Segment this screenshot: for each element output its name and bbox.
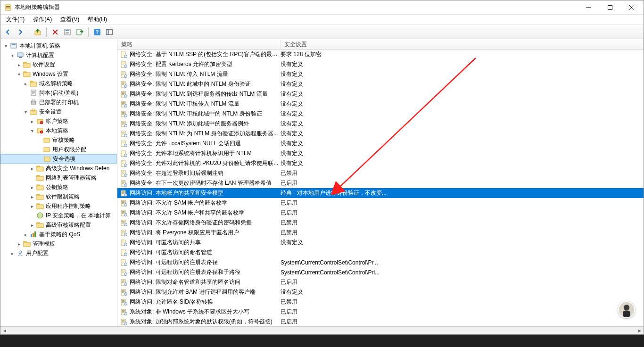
policy-row[interactable]: 网络安全: 允许 LocalSystem NULL 会话回退没有定义 bbox=[117, 139, 644, 149]
delete-button[interactable] bbox=[50, 26, 61, 38]
horizontal-scrollbar[interactable]: ◂ ▸ bbox=[0, 326, 644, 334]
tree-security-options[interactable]: ▸安全选项 bbox=[0, 154, 117, 164]
tree-network-list[interactable]: ▸网络列表管理器策略 bbox=[0, 173, 117, 182]
forward-button[interactable] bbox=[15, 26, 26, 38]
policy-row[interactable]: 系统对象: 加强内部系统对象的默认权限(例如，符号链接)已启用 bbox=[117, 317, 644, 326]
expand-icon[interactable]: ▸ bbox=[22, 80, 29, 87]
policy-row[interactable]: 系统对象: 非 Windows 子系统不要求区分大小写已启用 bbox=[117, 307, 644, 317]
policy-row[interactable]: 网络访问: 允许匿名 SID/名称转换已禁用 bbox=[117, 297, 644, 307]
tree-computer-config[interactable]: ▾ 计算机配置 bbox=[0, 50, 117, 60]
policy-row[interactable]: 网络访问: 限制对命名管道和共享的匿名访问已启用 bbox=[117, 277, 644, 287]
policies-icon bbox=[43, 136, 50, 144]
expand-icon[interactable]: ▸ bbox=[9, 250, 16, 256]
menu-view[interactable]: 查看(V) bbox=[57, 15, 83, 25]
policy-row[interactable]: 网络访问: 可匿名访问的共享没有定义 bbox=[117, 238, 644, 248]
list-header: 策略 安全设置 bbox=[117, 39, 644, 50]
policy-value: 没有定义 bbox=[281, 60, 644, 68]
expand-icon[interactable]: ▸ bbox=[29, 165, 35, 172]
policy-list[interactable]: 网络安全: 基于 NTLM SSP 的(包括安全 RPC)客户端的最小...要求… bbox=[117, 50, 644, 326]
tree-public-key[interactable]: ▸公钥策略 bbox=[0, 182, 117, 192]
tree-windows-settings[interactable]: ▾ Windows 设置 bbox=[0, 69, 117, 79]
policy-row[interactable]: 网络安全: 在超过登录时间后强制注销已禁用 bbox=[117, 168, 644, 178]
policy-row[interactable]: 网络访问: 可匿名访问的命名管道 bbox=[117, 248, 644, 257]
tree-admin-templates[interactable]: ▸管理模板 bbox=[0, 239, 117, 248]
policy-row[interactable]: 网络安全: 限制 NTLM: 审核传入 NTLM 流量没有定义 bbox=[117, 99, 644, 109]
menu-action[interactable]: 操作(A) bbox=[29, 15, 56, 25]
policy-row[interactable]: 网络访问: 不允许 SAM 帐户的匿名枚举已启用 bbox=[117, 198, 644, 208]
policy-row[interactable]: 网络访问: 不允许存储网络身份验证的密码和凭据已禁用 bbox=[117, 218, 644, 228]
policy-row[interactable]: 网络安全: 限制 NTLM: 此域中的 NTLM 身份验证没有定义 bbox=[117, 79, 644, 89]
expand-icon[interactable]: ▸ bbox=[16, 61, 22, 68]
svg-rect-187 bbox=[122, 301, 125, 302]
column-policy[interactable]: 策略 bbox=[117, 39, 281, 49]
tree-app-control[interactable]: ▸应用程序控制策略 bbox=[0, 201, 117, 211]
policy-row[interactable]: 网络访问: 本地帐户的共享和安全模型经典 - 对本地用户进行身份验证，不改变..… bbox=[117, 188, 644, 198]
help-button[interactable]: ? bbox=[91, 26, 103, 38]
policies-icon bbox=[36, 127, 44, 134]
column-setting[interactable]: 安全设置 bbox=[281, 39, 644, 49]
policy-row[interactable]: 网络安全: 配置 Kerberos 允许的加密类型没有定义 bbox=[117, 59, 644, 69]
collapse-icon[interactable]: ▾ bbox=[9, 52, 16, 58]
policy-row[interactable]: 网络访问: 可远程访问的注册表路径System\CurrentControlSe… bbox=[117, 257, 644, 267]
tree-software-settings[interactable]: ▸ 软件设置 bbox=[0, 60, 117, 69]
policy-row[interactable]: 网络访问: 将 Everyone 权限应用于匿名用户已禁用 bbox=[117, 228, 644, 238]
menu-help[interactable]: 帮助(H) bbox=[84, 15, 111, 25]
tree-scripts[interactable]: ▸脚本(启动/关机) bbox=[0, 88, 117, 98]
tree-name-resolution[interactable]: ▸域名解析策略 bbox=[0, 79, 117, 88]
tree-local-policies[interactable]: ▾本地策略 bbox=[0, 126, 117, 135]
tree-account-policies[interactable]: ▸帐户策略 bbox=[0, 116, 117, 126]
scroll-right-icon[interactable]: ▸ bbox=[636, 327, 644, 335]
user-avatar[interactable] bbox=[618, 301, 635, 318]
scroll-left-icon[interactable]: ◂ bbox=[0, 327, 8, 335]
policy-row[interactable]: 网络访问: 限制允许对 SAM 进行远程调用的客户端没有定义 bbox=[117, 287, 644, 297]
policy-row[interactable]: 网络访问: 不允许 SAM 帐户和共享的匿名枚举已启用 bbox=[117, 208, 644, 218]
tree-user-config[interactable]: ▸用户配置 bbox=[0, 248, 117, 258]
tree-user-rights[interactable]: ▸用户权限分配 bbox=[0, 145, 117, 154]
tree-qos[interactable]: ▸基于策略的 QoS bbox=[0, 230, 117, 239]
policy-row[interactable]: 网络安全: 允许本地系统将计算机标识用于 NTLM没有定义 bbox=[117, 149, 644, 158]
policy-row[interactable]: 网络安全: 限制 NTLM: 到远程服务器的传出 NTLM 流量没有定义 bbox=[117, 89, 644, 99]
show-hide-button[interactable] bbox=[104, 26, 115, 38]
close-button[interactable] bbox=[621, 0, 643, 14]
tree-adv-firewall[interactable]: ▸高级安全 Windows Defen bbox=[0, 164, 117, 173]
tree-software-restriction[interactable]: ▸软件限制策略 bbox=[0, 192, 117, 201]
expand-icon[interactable]: ▸ bbox=[29, 203, 35, 209]
policy-row[interactable]: 网络安全: 限制 NTLM: 审核此域中的 NTLM 身份验证没有定义 bbox=[117, 109, 644, 119]
policy-row[interactable]: 网络安全: 限制 NTLM: 添加此域中的服务器例外没有定义 bbox=[117, 119, 644, 129]
tree-deployed-printers[interactable]: ▸已部署的打印机 bbox=[0, 98, 117, 107]
menu-file[interactable]: 文件(F) bbox=[2, 15, 28, 25]
tree-root[interactable]: ▾ 本地计算机 策略 bbox=[0, 41, 117, 50]
collapse-icon[interactable]: ▾ bbox=[22, 108, 29, 115]
properties-button[interactable] bbox=[62, 26, 73, 38]
policy-row[interactable]: 网络安全: 允许对此计算机的 PKU2U 身份验证请求使用联...没有定义 bbox=[117, 158, 644, 168]
policy-name: 网络安全: 允许 LocalSystem NULL 会话回退 bbox=[130, 140, 281, 148]
tree-ipsec[interactable]: ▸IP 安全策略，在 本地计算 bbox=[0, 211, 117, 220]
expand-icon[interactable]: ▸ bbox=[22, 231, 29, 238]
policy-name: 网络访问: 可匿名访问的命名管道 bbox=[130, 248, 281, 256]
export-button[interactable] bbox=[74, 26, 85, 38]
expand-icon[interactable]: ▸ bbox=[29, 222, 35, 228]
expand-icon[interactable]: ▸ bbox=[29, 193, 35, 200]
collapse-icon[interactable]: ▾ bbox=[2, 42, 9, 49]
policy-row[interactable]: 网络安全: 在下一次更改密码时不存储 LAN 管理器哈希值已启用 bbox=[117, 178, 644, 188]
collapse-icon[interactable]: ▾ bbox=[29, 127, 35, 134]
tree-pane[interactable]: ▾ 本地计算机 策略 ▾ 计算机配置 bbox=[0, 39, 117, 326]
policy-icon bbox=[120, 130, 128, 138]
taskbar[interactable] bbox=[0, 335, 644, 347]
minimize-button[interactable] bbox=[578, 0, 599, 14]
policy-row[interactable]: 网络安全: 限制 NTLM: 传入 NTLM 流量没有定义 bbox=[117, 69, 644, 79]
up-level-button[interactable] bbox=[32, 26, 43, 38]
maximize-button[interactable] bbox=[599, 0, 621, 14]
svg-rect-18 bbox=[107, 29, 109, 34]
expand-icon[interactable]: ▸ bbox=[29, 184, 35, 190]
policy-row[interactable]: 网络安全: 限制 NTLM: 为 NTLM 身份验证添加远程服务器...没有定义 bbox=[117, 129, 644, 139]
policy-row[interactable]: 网络访问: 可远程访问的注册表路径和子路径System\CurrentContr… bbox=[117, 267, 644, 277]
policy-row[interactable]: 网络安全: 基于 NTLM SSP 的(包括安全 RPC)客户端的最小...要求… bbox=[117, 50, 644, 59]
back-button[interactable] bbox=[2, 26, 14, 38]
tree-adv-audit[interactable]: ▸高级审核策略配置 bbox=[0, 220, 117, 230]
expand-icon[interactable]: ▸ bbox=[16, 240, 22, 247]
tree-audit-policy[interactable]: ▸审核策略 bbox=[0, 135, 117, 145]
tree-security-settings[interactable]: ▾安全设置 bbox=[0, 107, 117, 116]
expand-icon[interactable]: ▸ bbox=[29, 118, 35, 124]
collapse-icon[interactable]: ▾ bbox=[16, 71, 22, 77]
